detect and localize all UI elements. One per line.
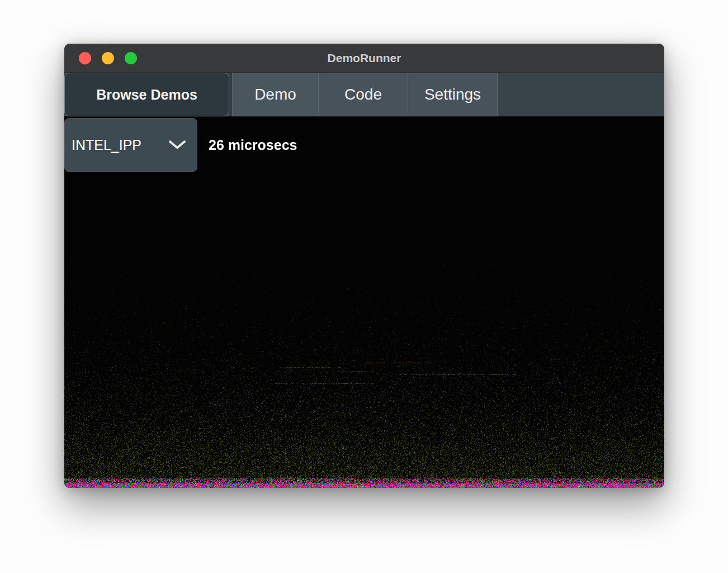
- tab-code[interactable]: Code: [319, 73, 408, 116]
- tab-settings-label: Settings: [424, 86, 481, 104]
- engine-dropdown-value: INTEL_IPP: [72, 137, 168, 153]
- browse-demos-label: Browse Demos: [96, 87, 197, 103]
- title-bar[interactable]: DemoRunner: [64, 44, 664, 73]
- timing-label: 26 microsecs: [209, 118, 297, 172]
- minimize-button[interactable]: [102, 52, 114, 64]
- chevron-down-icon: [168, 139, 187, 151]
- browse-demos-button[interactable]: Browse Demos: [64, 73, 229, 116]
- zoom-button[interactable]: [125, 52, 137, 64]
- traffic-lights: [79, 52, 137, 64]
- window-title: DemoRunner: [64, 51, 664, 65]
- demo-content-area: INTEL_IPP 26 microsecs: [64, 116, 664, 488]
- tab-bar: Browse Demos Demo Code Settings: [64, 73, 664, 116]
- engine-dropdown[interactable]: INTEL_IPP: [64, 118, 197, 172]
- tab-code-label: Code: [344, 86, 382, 104]
- tab-settings[interactable]: Settings: [408, 73, 498, 116]
- close-button[interactable]: [79, 52, 91, 64]
- app-window: DemoRunner Browse Demos Demo Code Settin…: [64, 44, 664, 488]
- tab-demo-label: Demo: [254, 86, 296, 104]
- spectrogram-canvas: [64, 116, 664, 488]
- tab-bar-filler: [498, 73, 664, 116]
- tab-demo[interactable]: Demo: [232, 73, 319, 116]
